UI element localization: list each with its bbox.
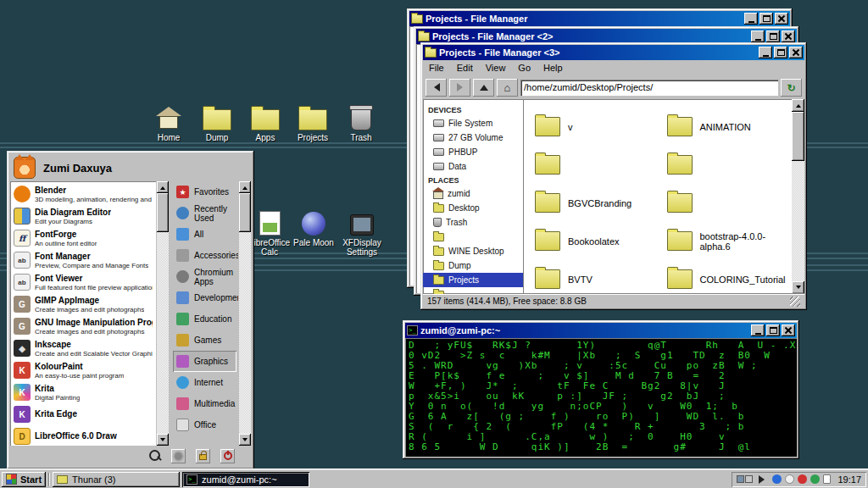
menu-go[interactable]: Go: [518, 63, 531, 73]
volume-icon[interactable]: [759, 475, 769, 484]
category-all[interactable]: All: [173, 224, 236, 245]
sidebar-device-phbup[interactable]: PHBUP: [423, 145, 523, 159]
task-button-thunar[interactable]: Thunar (3): [53, 472, 180, 487]
resize-grip[interactable]: [790, 297, 800, 307]
forward-button[interactable]: [449, 79, 470, 97]
app-item-dia[interactable]: Dia Diagram EditorEdit your Diagrams: [12, 205, 154, 227]
close-button[interactable]: [782, 30, 795, 42]
scroll-thumb[interactable]: [792, 112, 804, 161]
path-input[interactable]: [520, 80, 778, 96]
category-recently-used[interactable]: Recently Used: [173, 202, 236, 224]
clipboard-icon[interactable]: [823, 474, 831, 484]
app-item-font-manager[interactable]: Font ManagerPreview, Compare and Manage …: [12, 249, 154, 271]
settings-button[interactable]: [171, 449, 186, 463]
category-accessories[interactable]: Accessories: [173, 245, 236, 266]
close-button[interactable]: [789, 47, 803, 58]
titlebar[interactable]: Projects - File Manager <3>: [423, 45, 804, 60]
search-icon[interactable]: [149, 450, 161, 462]
titlebar[interactable]: Projects - File Manager: [409, 11, 790, 26]
scroll-up-button[interactable]: [157, 181, 169, 193]
lock-screen-button[interactable]: [196, 449, 210, 463]
folder-item[interactable]: BGVCBranding: [528, 184, 660, 222]
category-scrollbar[interactable]: [239, 181, 251, 446]
close-button[interactable]: [775, 13, 788, 25]
messages-icon[interactable]: [785, 474, 794, 484]
category-favorites[interactable]: Favorites: [173, 181, 236, 202]
sidebar-place-dump[interactable]: Dump: [423, 258, 523, 273]
scroll-thumb[interactable]: [239, 193, 251, 232]
app-item-inkscape[interactable]: InkscapeCreate and edit Scalable Vector …: [12, 337, 154, 359]
start-button[interactable]: Start: [2, 472, 46, 487]
desktop-icon-dump[interactable]: Dump: [192, 103, 242, 142]
minimize-button[interactable]: [759, 47, 772, 58]
scroll-up-button[interactable]: [792, 99, 804, 112]
updates-icon[interactable]: [798, 474, 807, 484]
app-item-krita[interactable]: KritaDigital Painting: [12, 381, 154, 403]
back-button[interactable]: [426, 79, 447, 97]
scroll-down-button[interactable]: [157, 434, 169, 446]
menu-edit[interactable]: Edit: [457, 63, 473, 73]
folder-item[interactable]: [660, 184, 793, 222]
sidebar-place-wine-desktop[interactable]: WINE Desktop: [423, 244, 523, 258]
desktop-icon-projects[interactable]: Projects: [288, 103, 337, 142]
minimize-button[interactable]: [751, 30, 765, 42]
app-item-blender[interactable]: Blender3D modeling, animation, rendering…: [12, 183, 154, 205]
sidebar-place-trash[interactable]: Trash: [423, 215, 523, 230]
scroll-thumb[interactable]: [157, 193, 169, 232]
minimize-button[interactable]: [744, 13, 758, 25]
app-item-gnu-image-manipulation[interactable]: GNU Image Manipulation ProgramCreate ima…: [12, 315, 154, 337]
folder-item[interactable]: [528, 146, 660, 184]
menu-view[interactable]: View: [486, 63, 506, 73]
app-item-gimp-appimage[interactable]: GIMP AppImageCreate images and edit phot…: [12, 293, 154, 315]
menu-help[interactable]: Help: [543, 63, 563, 73]
category-graphics[interactable]: Graphics: [173, 351, 236, 372]
sidebar-device-data[interactable]: Data: [423, 159, 523, 174]
home-button[interactable]: [497, 79, 518, 97]
category-multimedia[interactable]: Multimedia: [173, 393, 236, 414]
desktop-icon-xfdisplay[interactable]: XFDisplay Settings: [337, 208, 387, 257]
vertical-scrollbar[interactable]: [792, 99, 804, 294]
app-item-libreoffice-draw[interactable]: LibreOffice 6.0 Draw: [12, 425, 154, 446]
app-item-font-viewer[interactable]: Font ViewerFull featured font file previ…: [12, 271, 154, 293]
folder-item[interactable]: Bookoolatex: [528, 222, 660, 260]
bluetooth-icon[interactable]: [772, 474, 782, 484]
folder-item[interactable]: BVTV: [528, 260, 660, 294]
scroll-up-button[interactable]: [239, 181, 251, 193]
folder-item[interactable]: ANIMATION: [660, 108, 793, 146]
desktop-icon-trash[interactable]: Trash: [337, 103, 386, 142]
maximize-button[interactable]: [774, 47, 787, 58]
folder-item[interactable]: [660, 146, 793, 184]
network-icon[interactable]: [810, 474, 820, 484]
sidebar-place-unnamed[interactable]: [423, 287, 523, 294]
app-item-fontforge[interactable]: FontForgeAn outline font editor: [12, 227, 154, 249]
category-office[interactable]: Office: [173, 414, 236, 435]
category-development[interactable]: Development: [173, 287, 236, 308]
maximize-button[interactable]: [766, 324, 780, 336]
titlebar[interactable]: zumid@zumi-pc:~: [405, 323, 797, 338]
sidebar-place-projects[interactable]: Projects: [423, 273, 523, 287]
workspace-pager[interactable]: [737, 475, 753, 483]
menu-file[interactable]: File: [429, 63, 444, 73]
app-item-kolourpaint[interactable]: KolourPaintAn easy-to-use paint program: [12, 359, 154, 381]
scroll-down-button[interactable]: [239, 434, 251, 446]
folder-item[interactable]: bootstrap-4.0.0-alpha.6: [660, 222, 793, 260]
desktop-icon-home[interactable]: Home: [144, 103, 193, 142]
scroll-down-button[interactable]: [792, 281, 804, 294]
task-button-terminal[interactable]: zumid@zumi-pc:~: [182, 472, 309, 487]
folder-item[interactable]: COLORING_Tutorial: [660, 260, 793, 294]
sidebar-device-file-system[interactable]: File System: [423, 116, 523, 130]
maximize-button[interactable]: [760, 13, 773, 25]
user-avatar[interactable]: [14, 157, 36, 179]
logout-button[interactable]: [220, 449, 235, 463]
close-button[interactable]: [782, 324, 795, 336]
minimize-button[interactable]: [751, 324, 765, 336]
up-button[interactable]: [473, 79, 494, 97]
desktop-icon-apps[interactable]: Apps: [241, 103, 290, 142]
app-list-scrollbar[interactable]: [157, 181, 169, 446]
sidebar-place-desktop[interactable]: Desktop: [423, 201, 523, 215]
sidebar-place-unnamed[interactable]: [423, 230, 523, 244]
category-games[interactable]: Games: [173, 330, 236, 351]
reload-button[interactable]: [781, 79, 802, 97]
folder-item[interactable]: v: [528, 108, 660, 146]
category-education[interactable]: Education: [173, 308, 236, 330]
